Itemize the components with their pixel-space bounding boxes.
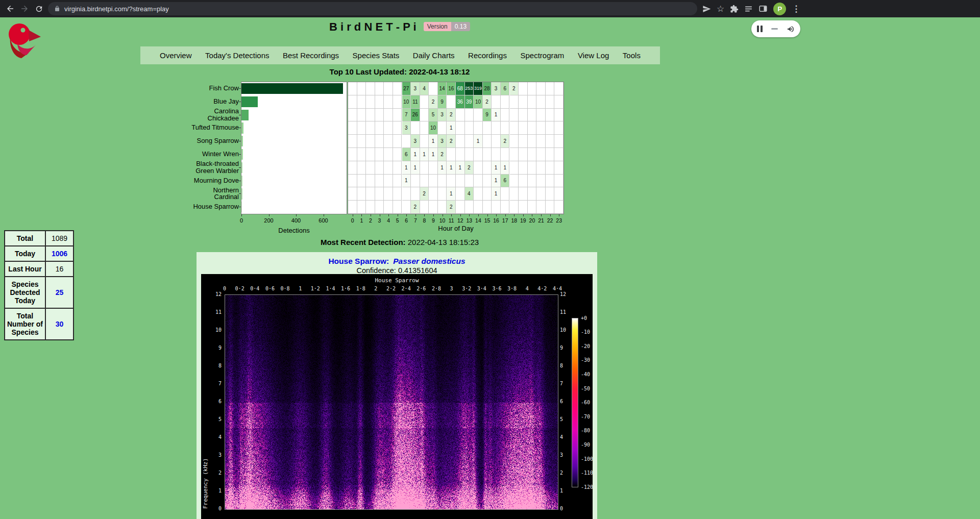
spec-y-tick: 5 xyxy=(205,416,222,422)
heatmap-cell xyxy=(456,201,465,214)
hour-tick-label: 0 xyxy=(351,217,354,224)
seek-slider[interactable] xyxy=(771,28,778,30)
stat-value[interactable]: 1006 xyxy=(45,246,74,261)
species-label: CarolinaChickadee xyxy=(153,108,239,121)
heatmap-cell: 16 xyxy=(447,82,456,95)
x-tick-label: 0 xyxy=(240,217,243,224)
spec-y-tick: 1 xyxy=(560,488,576,493)
spec-x-tick: 3·4 xyxy=(477,286,486,291)
heatmap-cell xyxy=(366,109,375,122)
heatmap-cell xyxy=(456,175,465,188)
heatmap-cell xyxy=(483,148,492,161)
spec-x-tick: 0·6 xyxy=(265,286,275,291)
detection-title[interactable]: House Sparrow:Passer domesticus xyxy=(197,257,597,266)
volume-icon[interactable] xyxy=(787,25,795,33)
side-panel-icon[interactable] xyxy=(758,4,768,13)
bookmark-star-icon[interactable]: ☆ xyxy=(717,4,724,14)
heatmap-cell xyxy=(483,161,492,175)
heatmap-cell: 1 xyxy=(501,161,510,175)
y-tick-mark xyxy=(239,141,241,141)
heatmap-cell xyxy=(420,121,429,135)
heatmap-cell xyxy=(554,121,564,135)
menu-icon[interactable]: ⋮ xyxy=(792,4,800,14)
heatmap-cell: 1 xyxy=(411,161,420,175)
detection-confidence: Confidence: 0.41351604 xyxy=(197,266,597,275)
heatmap-cell: 3 xyxy=(411,82,420,95)
heatmap-cell xyxy=(510,109,519,122)
hour-tick-mark xyxy=(469,214,470,216)
forward-button[interactable] xyxy=(17,2,32,16)
heatmap-cell xyxy=(474,109,483,122)
hour-tick-mark xyxy=(443,214,443,216)
stat-value[interactable]: 30 xyxy=(45,308,74,340)
heatmap-cell xyxy=(393,121,402,135)
y-tick-mark xyxy=(239,102,241,102)
heatmap-cell xyxy=(501,187,510,201)
heatmap-cell xyxy=(536,187,546,201)
heatmap-cell xyxy=(420,161,429,175)
heatmap-cell xyxy=(384,135,393,148)
send-icon[interactable] xyxy=(702,5,711,13)
nav-item-today-s-detections[interactable]: Today's Detections xyxy=(205,51,269,60)
heatmap-cell xyxy=(384,187,393,201)
heatmap-cell xyxy=(384,121,393,135)
x-tick-mark xyxy=(241,214,242,216)
heatmap-cell xyxy=(366,95,375,109)
pause-button[interactable] xyxy=(757,26,763,32)
heatmap-cell xyxy=(438,201,447,214)
heatmap-cell xyxy=(510,148,519,161)
heatmap-cell xyxy=(429,82,438,95)
hour-tick-mark xyxy=(415,214,416,216)
extensions-icon[interactable] xyxy=(730,5,739,13)
species-label: Tufted Titmouse xyxy=(153,121,239,134)
heatmap-cell xyxy=(348,161,357,175)
nav-item-recordings[interactable]: Recordings xyxy=(468,51,507,60)
heatmap-cell: 1 xyxy=(438,161,447,175)
hour-tick-mark xyxy=(523,214,524,216)
nav-item-species-stats[interactable]: Species Stats xyxy=(353,51,400,60)
url-bar[interactable]: virginia.birdnetpi.com/?stream=play xyxy=(48,2,697,15)
heatmap-cell xyxy=(492,121,501,135)
reload-button[interactable] xyxy=(32,2,46,16)
nav-item-overview[interactable]: Overview xyxy=(160,51,192,60)
heatmap-cell: 4 xyxy=(465,187,474,201)
spec-y-tick: 11 xyxy=(560,309,576,315)
stat-value[interactable]: 25 xyxy=(45,277,74,308)
audio-player[interactable] xyxy=(751,20,800,37)
heatmap-cell xyxy=(384,109,393,122)
colorbar-tick: +0 xyxy=(581,315,587,321)
nav-item-best-recordings[interactable]: Best Recordings xyxy=(283,51,339,60)
heatmap-cell: 1 xyxy=(420,148,429,161)
back-button[interactable] xyxy=(3,2,17,16)
heatmap-cell xyxy=(465,135,474,148)
spec-x-tick: 0 xyxy=(223,286,226,291)
nav-item-tools[interactable]: Tools xyxy=(623,51,641,60)
hour-tick-mark xyxy=(541,214,542,216)
heatmap-cell xyxy=(546,161,555,175)
heatmap-cell xyxy=(519,121,528,135)
y-tick-mark xyxy=(239,207,241,207)
x-tick-mark xyxy=(269,214,270,216)
heatmap-cell xyxy=(519,82,528,95)
heatmap-xaxis-label: Hour of Day xyxy=(438,225,473,232)
heatmap-cell: 1 xyxy=(411,148,420,161)
hour-tick-mark xyxy=(514,214,514,216)
spec-y-tick: 3 xyxy=(205,452,222,458)
detection-scientific-name[interactable]: Passer domesticus xyxy=(393,257,465,265)
heatmap-cell xyxy=(483,187,492,201)
nav-item-daily-charts[interactable]: Daily Charts xyxy=(413,51,455,60)
heatmap-cell: 319 xyxy=(474,82,483,95)
reading-list-icon[interactable] xyxy=(744,5,753,13)
heatmap-cell: 2 xyxy=(447,109,456,122)
detection-common-name[interactable]: House Sparrow: xyxy=(328,257,389,265)
forward-icon xyxy=(20,4,29,13)
hour-tick-mark xyxy=(487,214,488,216)
heatmap-cell xyxy=(366,121,375,135)
heatmap-cell xyxy=(528,161,537,175)
heatmap-cell: 1 xyxy=(447,121,456,135)
nav-item-spectrogram[interactable]: Spectrogram xyxy=(520,51,564,60)
colorbar-tick: -40 xyxy=(581,372,590,377)
nav-item-view-log[interactable]: View Log xyxy=(578,51,609,60)
detections-bar xyxy=(241,176,242,186)
avatar[interactable]: P xyxy=(773,3,786,15)
